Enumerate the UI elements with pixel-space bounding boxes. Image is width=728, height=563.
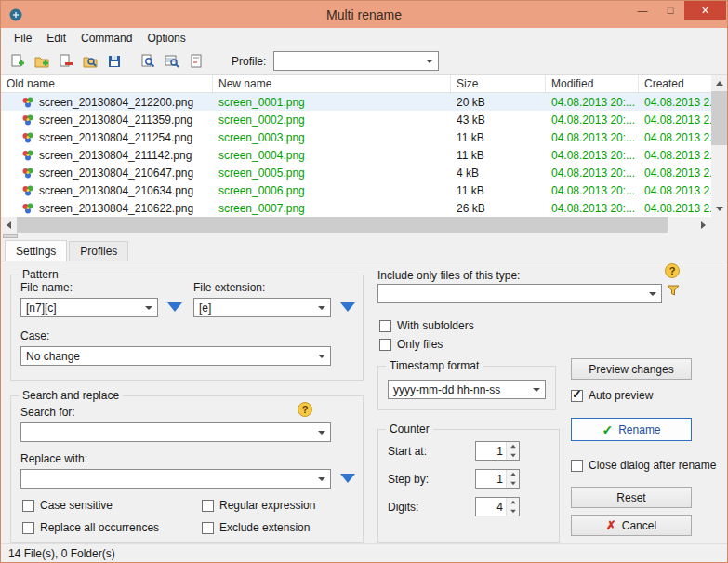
start-at-spinner[interactable]: 1 — [475, 441, 520, 461]
search-folder-button[interactable] — [79, 50, 101, 73]
add-files-button[interactable] — [7, 50, 29, 73]
column-header-new-name[interactable]: New name — [213, 75, 451, 92]
list-item[interactable]: screen_20130804_211142.png screen_0004.p… — [1, 146, 711, 164]
file-size: 20 kB — [451, 96, 546, 109]
spinner-up-icon[interactable] — [507, 470, 519, 479]
new-name: screen_0005.png — [213, 167, 451, 180]
vertical-scroll-thumb[interactable] — [711, 91, 727, 145]
spinner-up-icon[interactable] — [507, 442, 519, 451]
search-help-icon[interactable]: ? — [298, 402, 312, 417]
checkbox-label: Close dialog after rename — [589, 459, 716, 472]
list-item[interactable]: screen_20130804_211359.png screen_0002.p… — [1, 111, 711, 128]
search-for-combo[interactable] — [20, 422, 331, 442]
list-item[interactable]: screen_20130804_210634.png screen_0006.p… — [1, 181, 711, 199]
profile-combo[interactable] — [273, 51, 439, 71]
cancel-button[interactable]: ✗ Cancel — [571, 515, 692, 536]
scroll-down-button[interactable] — [711, 201, 727, 217]
vertical-scrollbar[interactable] — [711, 75, 727, 217]
include-files-combo[interactable] — [377, 284, 662, 303]
tab-profiles[interactable]: Profiles — [69, 241, 128, 261]
checkbox-label: Auto preview — [589, 389, 653, 402]
replace-with-combo[interactable] — [20, 469, 331, 489]
app-icon — [8, 7, 23, 22]
spinner-buttons — [506, 498, 519, 516]
rename-button[interactable]: ✓ Rename — [571, 418, 692, 441]
menu-command[interactable]: Command — [73, 30, 139, 47]
minimize-button[interactable]: — — [629, 1, 656, 20]
tab-settings[interactable]: Settings — [5, 240, 67, 261]
scroll-up-button[interactable] — [711, 75, 727, 91]
horizontal-scrollbar[interactable] — [1, 217, 711, 233]
save-icon — [107, 54, 122, 69]
checkbox-regular-expression[interactable]: Regular expression — [202, 499, 315, 512]
include-help-icon[interactable]: ? — [665, 263, 680, 278]
column-header-size[interactable]: Size — [451, 75, 546, 92]
checkbox-replace-all-occurrences[interactable]: Replace all occurrences — [22, 521, 159, 534]
chevron-down-icon — [318, 477, 325, 481]
checkbox-exclude-extension[interactable]: Exclude extension — [202, 521, 310, 534]
filter-icon[interactable] — [667, 284, 680, 300]
checkbox-auto-preview[interactable]: ✓ Auto preview — [571, 389, 653, 402]
created-date: 04.08.2013 2... — [639, 202, 711, 215]
spinner-down-icon[interactable] — [507, 479, 519, 489]
step-by-spinner[interactable]: 1 — [475, 469, 520, 489]
spinner-up-icon[interactable] — [507, 498, 519, 507]
file-list: Old name New name Size Modified Created … — [1, 75, 727, 217]
menu-options[interactable]: Options — [139, 30, 192, 47]
vertical-scroll-track[interactable] — [711, 145, 727, 201]
replace-pattern-menu-button[interactable] — [337, 471, 359, 486]
maximize-button[interactable]: □ — [656, 1, 684, 20]
splitter-grip-icon[interactable] — [3, 234, 18, 238]
settings-panel: Pattern File name: [n7][c] File extensio… — [1, 261, 727, 543]
case-combo[interactable]: No change — [20, 346, 331, 366]
menu-edit[interactable]: Edit — [39, 30, 73, 47]
old-name: screen_20130804_210647.png — [39, 167, 193, 180]
save-profile-button[interactable] — [103, 50, 126, 73]
case-label: Case: — [20, 329, 49, 342]
list-item[interactable]: screen_20130804_212200.png screen_0001.p… — [1, 93, 711, 111]
timestamp-format-combo[interactable]: yyyy-mm-dd hh-nn-ss — [388, 380, 546, 399]
spinner-down-icon[interactable] — [507, 451, 519, 461]
close-button[interactable]: × — [684, 1, 726, 20]
horizontal-scroll-track[interactable] — [668, 217, 695, 233]
checkbox-close-after-rename[interactable]: Close dialog after rename — [571, 459, 716, 472]
file-name-pattern-menu-button[interactable] — [164, 300, 186, 315]
horizontal-scroll-thumb[interactable] — [17, 217, 668, 233]
report-button[interactable] — [185, 50, 207, 73]
list-item[interactable]: screen_20130804_210622.png screen_0007.p… — [1, 199, 711, 217]
add-folder-button[interactable] — [31, 50, 53, 73]
reset-button[interactable]: Reset — [571, 487, 692, 508]
checkbox-only-files[interactable]: Only files — [379, 338, 443, 351]
column-header-old-name[interactable]: Old name — [1, 75, 213, 92]
old-name: screen_20130804_211254.png — [39, 131, 192, 144]
column-header-modified[interactable]: Modified — [546, 75, 639, 92]
preview-changes-button[interactable]: Preview changes — [571, 358, 692, 380]
file-extension-combo[interactable]: [e] — [193, 298, 331, 317]
created-date: 04.08.2013 2... — [639, 96, 711, 109]
start-at-label: Start at: — [388, 445, 427, 458]
list-item[interactable]: screen_20130804_211254.png screen_0003.p… — [1, 128, 711, 146]
new-name: screen_0006.png — [213, 184, 451, 197]
scroll-right-button[interactable] — [695, 217, 711, 233]
file-name-combo[interactable]: [n7][c] — [20, 298, 158, 317]
list-item[interactable]: screen_20130804_210647.png screen_0005.p… — [1, 164, 711, 181]
splitter[interactable] — [1, 233, 727, 239]
list-preview-button[interactable] — [161, 50, 183, 73]
spinner-down-icon[interactable] — [507, 507, 519, 516]
file-extension-value: [e] — [199, 302, 211, 315]
chevron-down-icon — [533, 388, 540, 392]
checkbox-case-sensitive[interactable]: Case sensitive — [22, 499, 113, 512]
scroll-left-button[interactable] — [1, 217, 17, 233]
checkbox-box — [379, 339, 391, 351]
file-extension-pattern-menu-button[interactable] — [337, 300, 359, 315]
preview-button[interactable] — [137, 50, 159, 73]
digits-label: Digits: — [388, 501, 418, 514]
checkbox-with-subfolders[interactable]: With subfolders — [379, 319, 474, 332]
remove-files-button[interactable] — [55, 50, 77, 73]
digits-spinner[interactable]: 4 — [475, 497, 520, 516]
menu-file[interactable]: File — [7, 30, 39, 47]
modified-date: 04.08.2013 20:... — [546, 131, 639, 144]
image-file-icon — [21, 184, 34, 197]
column-header-created[interactable]: Created — [639, 75, 711, 92]
new-name: screen_0004.png — [213, 149, 451, 162]
